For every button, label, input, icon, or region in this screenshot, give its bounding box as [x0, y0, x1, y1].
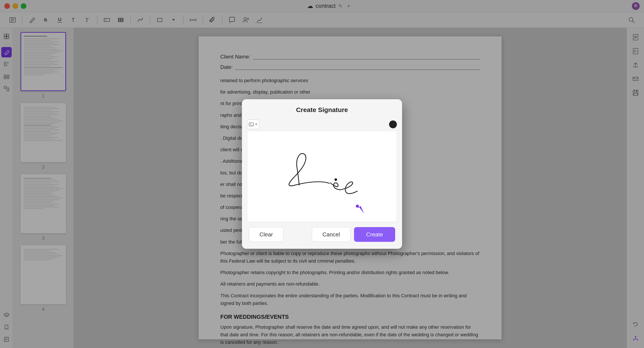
svg-rect-62 — [249, 123, 254, 126]
modal-toolbar — [242, 118, 402, 131]
modal-btn-group: Cancel Create — [312, 227, 395, 242]
svg-marker-64 — [255, 124, 257, 125]
create-button[interactable]: Create — [354, 227, 395, 242]
signature-canvas[interactable] — [247, 131, 397, 222]
image-picker-button[interactable] — [247, 120, 259, 129]
svg-point-66 — [356, 205, 359, 208]
svg-point-63 — [250, 123, 251, 124]
create-signature-modal: Create Signature — [242, 99, 402, 249]
cancel-button[interactable]: Cancel — [312, 227, 350, 242]
modal-tool-left — [247, 120, 259, 129]
modal-title: Create Signature — [242, 99, 402, 118]
clear-button[interactable]: Clear — [249, 227, 284, 242]
modal-overlay[interactable]: Create Signature — [0, 0, 644, 348]
modal-footer: Clear Cancel Create — [242, 222, 402, 249]
color-picker-dot[interactable] — [389, 120, 397, 128]
svg-point-65 — [334, 178, 337, 181]
